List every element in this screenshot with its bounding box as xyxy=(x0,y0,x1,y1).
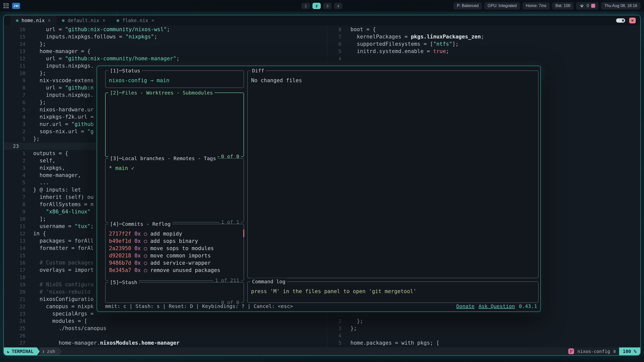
powerline-separator xyxy=(59,348,62,355)
commit-row[interactable]: 2a23950 0x ○ move sops to modules xyxy=(109,245,240,252)
code-line: 12 url = "github:nix-community/home-mana… xyxy=(4,55,327,62)
status-panel[interactable]: [1]─Status nixos-config → main xyxy=(105,70,244,88)
editor-right-top[interactable]: 8boot = {7 kernelPackages = pkgs.linuxPa… xyxy=(327,26,640,62)
line-number: 6 xyxy=(4,99,33,106)
line-number: 16 xyxy=(4,26,33,33)
workspace-button-2[interactable]: 2 xyxy=(312,3,321,9)
battery-percent: 100 % xyxy=(619,347,640,355)
network-latency-module[interactable]: Home: 7ms xyxy=(522,2,550,10)
stash-panel[interactable]: [5]─Stash 0 of 0 xyxy=(105,282,244,303)
commit-row[interactable]: 2717f2f 0x ○ add mopidy xyxy=(109,230,240,238)
code-line: 6 supportedFilesystems = ["ntfs"]; xyxy=(327,40,640,48)
line-number: 7 xyxy=(4,194,33,201)
terminal-mode-icon: ◣ xyxy=(7,349,9,353)
workspace-button-1[interactable]: 1 xyxy=(302,3,310,9)
code-line: 7 kernelPackages = pkgs.linuxPackages_ze… xyxy=(327,33,640,40)
commit-row[interactable]: b49ef1d 0x ○ add sops binary xyxy=(109,238,240,245)
commit-row[interactable]: 8e345a7 0x ○ remove unused packages xyxy=(109,267,240,274)
line-number: 2 xyxy=(327,318,350,325)
tab-close-icon[interactable]: × xyxy=(102,17,106,23)
power-profile-module[interactable]: P: Balanced xyxy=(454,2,482,10)
line-number: 11 xyxy=(4,223,33,230)
diff-panel-title: Diff xyxy=(250,67,266,74)
tab-label: flake.nix xyxy=(122,18,148,23)
commits-panel[interactable]: [4]─Commits - Reflog 2717f2f 0x ○ add mo… xyxy=(105,224,244,281)
line-number: 3 xyxy=(4,121,33,128)
clock-module[interactable]: Thu Aug 08, 18:16 xyxy=(601,2,640,10)
top-bar: JW 1234 P: Balanced GPU: Integrated Home… xyxy=(0,0,644,12)
top-bar-left: JW xyxy=(4,3,20,9)
code-line: 3}; xyxy=(327,325,640,332)
tab-default.nix[interactable]: ❄default.nix× xyxy=(56,15,111,25)
layout-badge[interactable]: JW xyxy=(12,3,20,9)
files-panel-title: [2]─Files - Worktrees - Submodules xyxy=(108,89,215,97)
line-number: 13 xyxy=(4,48,33,55)
gpu-module[interactable]: GPU: Integrated xyxy=(484,2,520,10)
tab-close-icon[interactable]: × xyxy=(151,17,154,23)
nix-snowflake-icon: ❄ xyxy=(62,18,65,23)
tab-close-icon[interactable]: × xyxy=(48,17,51,23)
branches-panel[interactable]: [3]─Local branches - Remotes - Tags * ma… xyxy=(105,158,244,222)
line-number: 3 xyxy=(327,325,350,332)
line-number: 16 xyxy=(4,259,33,266)
editor-right-bottom[interactable]: 2 };3};45home.packages = with pkgs; [ xyxy=(327,318,640,347)
apps-grid-icon[interactable] xyxy=(4,3,9,8)
tab-flake.nix[interactable]: ❄flake.nix× xyxy=(111,15,160,25)
ask-question-link[interactable]: Ask Question xyxy=(478,303,515,310)
commits-scrollbar[interactable] xyxy=(243,229,244,237)
window-close-button[interactable]: × xyxy=(629,18,636,23)
status-bar: ◣ TERMINAL ❯ zsh nixos-config ≣ 100 % xyxy=(4,347,640,355)
line-number: 15 xyxy=(4,252,33,259)
line-number: 7 xyxy=(4,92,33,99)
code-line: 14 }; xyxy=(4,40,327,48)
commit-row[interactable]: 9486b7d 0x ○ add service-wrapper xyxy=(109,259,240,267)
files-panel[interactable]: [2]─Files - Worktrees - Submodules 0 of … xyxy=(105,93,244,157)
line-number: 15 xyxy=(4,33,33,40)
commit-row[interactable]: d920218 0x ○ move common imports xyxy=(109,252,240,259)
code-line: 4 xyxy=(327,55,640,62)
line-number: 10 xyxy=(4,215,33,223)
prompt-icon: ❯ xyxy=(42,349,44,353)
diff-panel[interactable]: Diff No changed files xyxy=(247,70,539,278)
workspace-button-3[interactable]: 3 xyxy=(323,3,332,9)
tab-label: home.nix xyxy=(22,18,45,23)
line-number: 18 xyxy=(4,274,33,281)
line-number: 26 xyxy=(4,332,33,339)
version-label: 0.43.1 xyxy=(519,303,537,310)
line-number: 19 xyxy=(4,281,33,288)
nix-snowflake-icon: ❄ xyxy=(116,18,119,23)
branches-panel-title: [3]─Local branches - Remotes - Tags xyxy=(108,155,218,162)
tabs: ❄home.nix×❄default.nix×❄flake.nix× xyxy=(10,15,160,25)
keybind-hints: mmit: c | Stash: s | Reset: D | Keybindi… xyxy=(105,303,293,310)
code-line: 8boot = { xyxy=(327,26,640,33)
line-number: 8 xyxy=(327,26,350,33)
command-log-title: Command log xyxy=(250,278,287,285)
tab-home.nix[interactable]: ❄home.nix× xyxy=(10,15,56,25)
tray-module[interactable]: 0 xyxy=(576,2,598,10)
stash-panel-title: [5]─Stash xyxy=(108,279,139,286)
donate-link[interactable]: Donate xyxy=(456,303,474,310)
line-number: 25 xyxy=(4,325,33,332)
line-number: 8 xyxy=(4,84,33,92)
line-number: 23 xyxy=(4,143,33,150)
tab-bar: ❄home.nix×❄default.nix×❄flake.nix× × xyxy=(4,15,640,25)
line-number: 3 xyxy=(4,164,33,172)
line-number: 4 xyxy=(4,113,33,121)
line-number: 5 xyxy=(4,179,33,186)
line-number: 21 xyxy=(4,296,33,303)
window-toggle-button[interactable] xyxy=(616,18,625,23)
line-number: 4 xyxy=(327,55,350,62)
workspace-button-4[interactable]: 4 xyxy=(334,3,342,9)
line-number: 8 xyxy=(4,201,33,208)
shell-segment[interactable]: ❯ zsh xyxy=(40,347,59,355)
git-branch-icon xyxy=(569,349,573,353)
line-number: 9 xyxy=(4,77,33,84)
code-line: 5home.packages = with pkgs; [ xyxy=(327,339,640,347)
battery-module[interactable]: Bat: 100 xyxy=(552,2,574,10)
line-number: 6 xyxy=(327,40,350,48)
line-number: 4 xyxy=(4,172,33,179)
line-number: 6 xyxy=(4,186,33,194)
shell-label: zsh xyxy=(47,349,55,354)
line-number: 13 xyxy=(4,237,33,245)
command-log-panel[interactable]: Command log press 'M' in the files panel… xyxy=(247,281,539,303)
